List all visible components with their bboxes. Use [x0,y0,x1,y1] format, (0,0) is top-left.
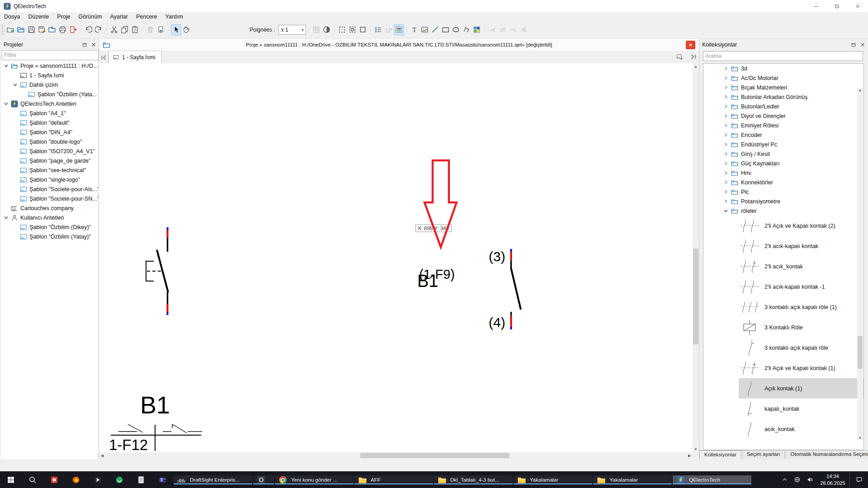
element-item[interactable]: acık_kontak [739,419,863,439]
taskbar-pinned-red-app[interactable] [43,476,65,484]
taskbar-start-button[interactable] [0,476,22,484]
panel-float-button[interactable] [849,41,858,48]
taskbar-search-button[interactable] [22,476,43,484]
tree-chevron-icon[interactable] [13,111,18,116]
save-button[interactable] [26,24,37,35]
taskbar-app-folder-yakalamalar[interactable]: Yakalamalar [514,475,592,484]
scroll-down-icon[interactable]: ▼ [693,446,699,452]
color-grid-button[interactable] [472,24,482,35]
copy-button[interactable] [119,24,130,35]
template-item[interactable]: Şablon "Özbilim (Dikey)" [1,222,98,232]
tree-chevron-icon[interactable] [13,225,18,230]
canvas-vertical-scrollbar[interactable]: ▲ ▼ [693,63,699,452]
add-ellipse-button[interactable] [451,24,461,35]
taskbar-pinned-notepad[interactable] [130,476,152,484]
tree-chevron-icon[interactable] [13,139,18,144]
project-close-button[interactable] [686,41,695,49]
element-item[interactable]: kapalı_kontak [739,399,863,419]
collection-folder[interactable]: Butonlar Arkadan Görünüş [703,92,863,102]
right-contact-symbol[interactable]: (3) (4) [489,249,521,330]
tree-chevron-icon[interactable] [13,120,18,125]
mask-button[interactable] [321,24,332,35]
tree-chevron-icon[interactable] [723,104,728,109]
collection-folder[interactable]: Plc [703,187,863,197]
qet-titleblocks[interactable]: QElectroTech Antetleri [1,99,98,108]
expand-tabs-button[interactable] [688,52,698,61]
scroll-up-icon[interactable]: ▲ [693,63,699,70]
tab-otomatik-numaralandirma[interactable]: Otomatik Numaralandırma Seçimi [785,450,868,459]
rotate-button[interactable] [383,24,394,35]
action-center-button[interactable] [849,471,868,488]
cut-button[interactable] [109,24,119,35]
collection-folder[interactable]: Giriş / Kesit [703,149,863,159]
collection-folder[interactable]: röleler [703,206,863,216]
tree-chevron-icon[interactable] [4,206,9,211]
volume-icon[interactable] [803,471,816,488]
taskbar-app-folder-yakalamalar-2[interactable]: Yakalamalar [593,475,672,484]
add-image-button[interactable] [420,24,430,35]
tray-expand-button[interactable] [778,471,791,488]
undo-button[interactable] [83,24,94,35]
collections-search-input[interactable] [703,51,863,61]
tree-chevron-icon[interactable] [4,63,9,68]
bring-front-button[interactable] [497,24,508,35]
scrollbar-thumb[interactable] [360,453,509,458]
panel-close-button[interactable] [90,41,98,48]
select-rect-button[interactable] [358,24,368,35]
network-icon[interactable] [791,471,803,488]
send-backward-button[interactable] [508,24,518,35]
print-button[interactable] [57,24,68,35]
left-contact-symbol[interactable] [146,227,169,315]
grid-toggle-button[interactable] [311,24,321,35]
filter-input[interactable] [2,50,99,60]
tree-chevron-icon[interactable] [723,113,728,118]
element-item[interactable]: 2'li Açık ve Kapalı kontak (2) [739,216,863,236]
bring-forward-button[interactable] [487,24,497,35]
collection-folder[interactable]: Konnektörler [703,178,863,187]
cartouches-company[interactable]: Cartouches company [1,203,98,213]
template-item[interactable]: Şablon "Özbilim (Yata... [1,89,98,99]
template-item[interactable]: Şablon "A4_1" [1,108,98,118]
tree-chevron-icon[interactable] [13,196,18,201]
delete-button[interactable] [145,24,156,35]
taskbar-pinned-green-app[interactable] [108,476,130,484]
tree-chevron-icon[interactable] [723,151,728,156]
add-line-button[interactable] [430,24,440,35]
tree-chevron-icon[interactable] [13,234,18,239]
template-item[interactable]: Şablon "page_de garde" [1,156,98,165]
collection-folder[interactable]: Güç Kaynakları [703,159,863,168]
collections-scrollbar[interactable]: ▲ ▼ [857,88,863,440]
tree-chevron-icon[interactable] [13,130,18,135]
tree-chevron-icon[interactable] [13,149,18,154]
collapse-tabs-button[interactable] [99,52,108,63]
add-page-button[interactable] [675,52,684,61]
taskbar-app-draftsight[interactable]: DraftSight Enterpris... 2019 [174,475,252,484]
open-button[interactable] [16,24,26,35]
add-terminal-button[interactable] [394,24,404,35]
collection-folder[interactable]: Encoder [703,130,863,140]
tree-chevron-icon[interactable] [4,215,9,220]
schematic-canvas[interactable]: X: 695 Y: 343 (1-F9) B1 (3) (4) [99,63,693,452]
scroll-left-icon[interactable]: ◀ [99,452,105,459]
tree-chevron-icon[interactable] [723,161,728,166]
user-titleblocks[interactable]: Kullanıcı Antetleri [1,213,98,222]
taskbar-pinned-firefox[interactable] [65,476,87,484]
template-item[interactable]: Şablon "single-logo" [1,175,98,184]
new-element-button[interactable] [5,24,16,35]
scroll-right-icon[interactable]: ▶ [686,452,693,459]
taskbar-app-folder-dkl[interactable]: Dkl_Tablalı_4-3 but... [434,475,513,484]
tree-chevron-icon[interactable] [13,177,18,182]
collection-folder[interactable]: Butonlar/Ledler [703,102,863,111]
tree-chevron-icon[interactable] [723,189,728,194]
tree-chevron-icon[interactable] [13,187,18,192]
element-item[interactable]: 2'li acık-kapalı kontak [739,236,863,256]
element-item[interactable]: 3 Kontaklı Röle [739,317,863,338]
element-item[interactable]: 2'li Açık ve Kapalı kontak (1) [739,358,863,378]
tab-sayfa-ismi[interactable]: 1 - Sayfa İsmi [108,51,162,63]
scroll-down-icon[interactable]: ▼ [857,435,863,441]
element-item[interactable]: 2'li acık_kontak [739,256,863,277]
tree-chevron-icon[interactable] [723,94,728,99]
minimize-button[interactable] [806,0,826,12]
tree-chevron-icon[interactable] [13,73,18,78]
element-label-b1-center[interactable]: B1 [417,272,438,291]
